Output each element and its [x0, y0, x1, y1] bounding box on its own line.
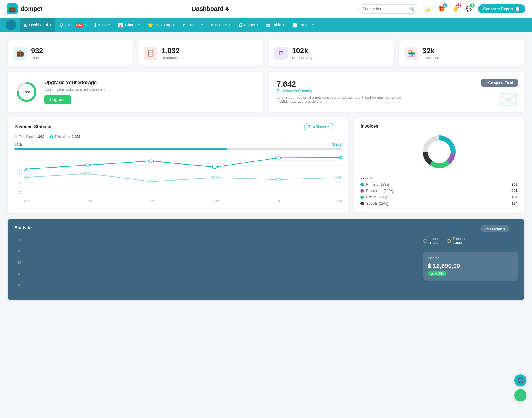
- sidebar-item-cms[interactable]: ⚙ CMS New ▾: [55, 18, 91, 32]
- bell-button[interactable]: 🔔 12: [450, 4, 460, 14]
- invoices-more-icon[interactable]: ⋮: [512, 123, 518, 130]
- tariff-value: 932: [31, 47, 43, 55]
- chevron-down-icon-widget: ▾: [229, 23, 230, 27]
- income-leg-info: Income 1.982: [429, 237, 440, 245]
- svg-point-14: [339, 156, 342, 159]
- price-value: 1,032: [162, 47, 185, 55]
- legend-val-1: 1.982: [36, 135, 44, 139]
- statistic-section: Statistic 50 40 30 20 10: [8, 219, 524, 300]
- apps-icon: ℹ: [94, 22, 96, 28]
- promotion-label: Promotion (11%): [366, 189, 393, 193]
- upgrade-title: Upgrade Your Storage: [44, 80, 108, 86]
- chevron-down-icon-forms: ▾: [257, 23, 258, 27]
- chart-controls: This Month ▾ ⋮: [304, 123, 342, 130]
- email-card: + Compose Email 7,642 Total emails Subcr…: [269, 72, 524, 112]
- this-month-filter[interactable]: This Month ▾: [304, 123, 333, 130]
- stats-row: 💼 932 Tariff 📋 1,032 Required Price ⊞ 10…: [8, 40, 524, 66]
- navbar: 👤 ⊞ Dashboard ▾ ⚙ CMS New ▾ ℹ Apps ▾ 📊 C…: [0, 18, 532, 32]
- gift-button[interactable]: 🎁 2: [436, 4, 446, 14]
- compose-label: + Compose Email: [485, 81, 514, 85]
- expense-legend: Expense 1.982: [447, 237, 466, 245]
- nav-pages-label: Pages: [300, 23, 311, 27]
- payment-chart-card: Payment Statistic This Month ▾ ⋮ This We…: [8, 117, 348, 213]
- header-actions: 🔍 🌙 🎁 2 🔔 12 💬 5 Generate Report 📊: [358, 4, 525, 14]
- primary-label: Primary (27%): [366, 182, 389, 186]
- this-month-stat-button[interactable]: This Month ▾: [480, 225, 509, 232]
- stat-info-price: 1,032 Required Price: [162, 47, 185, 60]
- sidebar-item-dashboard[interactable]: ⊞ Dashboard ▾: [20, 18, 55, 32]
- up-icon: ▲: [431, 272, 434, 276]
- search-input[interactable]: [362, 7, 407, 11]
- expense-leg-label: Expense: [453, 237, 466, 241]
- legend-item-2: This Week 1.982: [50, 135, 80, 139]
- tariff-label: Tariff: [31, 56, 43, 60]
- nav-forms-label: Forms: [244, 23, 255, 27]
- more-options-icon[interactable]: ⋮: [336, 124, 342, 130]
- cms-new-badge: New: [75, 23, 84, 27]
- price-icon: 📋: [144, 47, 157, 60]
- chat-button[interactable]: 💬 5: [464, 4, 474, 14]
- legend-primary: Primary (27%) 763: [360, 182, 518, 186]
- legend-val-2: 1.982: [72, 135, 80, 139]
- chart-row: Payment Statistic This Month ▾ ⋮ This We…: [8, 117, 524, 213]
- sidebar-item-widget[interactable]: ♥ Widget ▾: [207, 18, 234, 32]
- total-label: Total: [14, 142, 23, 147]
- legend-promotion: Promotion (11%) 321: [360, 189, 518, 193]
- sidebar-item-bootstrap[interactable]: ⭐ Bootstrap ▾: [144, 18, 178, 32]
- stat-more-icon[interactable]: ⋮: [512, 226, 518, 232]
- svg-point-16: [85, 172, 90, 175]
- total-row: Total 3.982: [14, 142, 342, 147]
- this-month-stat-label: This Month: [484, 227, 502, 231]
- primary-dot: [360, 183, 364, 186]
- stat-legend: Income 1.982 Expense 1.982: [423, 237, 518, 245]
- nav-table-label: Table: [272, 23, 281, 27]
- sidebar-item-plugins[interactable]: ♥ Plugins ▾: [178, 18, 206, 32]
- moon-button[interactable]: 🌙: [423, 4, 433, 14]
- income-box: Income $ 12,890,00 ▲ +15%: [423, 252, 518, 281]
- upgrade-button[interactable]: Upgrade: [44, 95, 71, 104]
- forum-dot: [360, 196, 364, 199]
- income-growth-badge: ▲ +15%: [428, 271, 446, 276]
- svg-point-19: [276, 178, 281, 181]
- income-dot: [423, 239, 427, 243]
- chart-legend: This Week 1.982 This Week 1.982: [14, 135, 342, 139]
- moon-icon: 🌙: [424, 6, 431, 12]
- expense-leg-info: Expense 1.982: [453, 237, 466, 245]
- nav-widget-label: Widget: [215, 23, 227, 27]
- income-legend: Income 1.982: [423, 237, 440, 245]
- svg-point-15: [24, 176, 27, 179]
- bar-y-axis: 50 40 30 20 10: [14, 238, 21, 287]
- nav-bootstrap-label: Bootstrap: [155, 23, 171, 27]
- donut-chart: [360, 132, 518, 171]
- statistic-right-panel: This Month ▾ ⋮ Income 1.982 Expense: [423, 225, 518, 294]
- sidebar-item-table[interactable]: ▦ Table ▾: [262, 18, 288, 32]
- forms-icon: 🖨: [238, 22, 242, 27]
- search-box[interactable]: 🔍: [358, 4, 419, 14]
- svg-point-11: [149, 160, 154, 162]
- sidebar-item-pages[interactable]: 📄 Pages ▾: [288, 18, 318, 32]
- income-badge-value: +15%: [435, 272, 444, 276]
- generate-report-button[interactable]: Generate Report 📊: [478, 4, 525, 13]
- pages-icon: 📄: [292, 22, 298, 28]
- bar-groups: [23, 238, 417, 287]
- stat-info-payments: 102k Detalled Payments: [292, 47, 322, 60]
- bootstrap-icon: ⭐: [147, 22, 153, 28]
- income-leg-label: Income: [429, 237, 440, 241]
- upgrade-btn-label: Upgrade: [50, 98, 66, 102]
- stat-info-force: 32k Force tariff: [423, 47, 440, 60]
- chevron-down-icon-pages: ▾: [312, 23, 314, 27]
- search-icon: 🔍: [409, 6, 415, 12]
- payments-value: 102k: [292, 47, 322, 55]
- chevron-down-icon-apps: ▾: [108, 23, 110, 27]
- force-label: Force tariff: [423, 56, 440, 60]
- sidebar-item-forms[interactable]: 🖨 Forms ▾: [234, 18, 262, 32]
- legend-label-2: This Week: [55, 135, 70, 139]
- socials-count: 154: [511, 201, 518, 206]
- circle-percent: 75%: [23, 90, 30, 94]
- sidebar-item-charts[interactable]: 📊 Charts ▾: [114, 18, 144, 32]
- page-title: Dashboard 4: [62, 5, 358, 12]
- sidebar-item-apps[interactable]: ℹ Apps ▾: [91, 18, 114, 32]
- gift-badge: 2: [443, 3, 447, 8]
- legend-forum: Forum (22%) 154: [360, 195, 518, 199]
- primary-count: 763: [511, 182, 518, 186]
